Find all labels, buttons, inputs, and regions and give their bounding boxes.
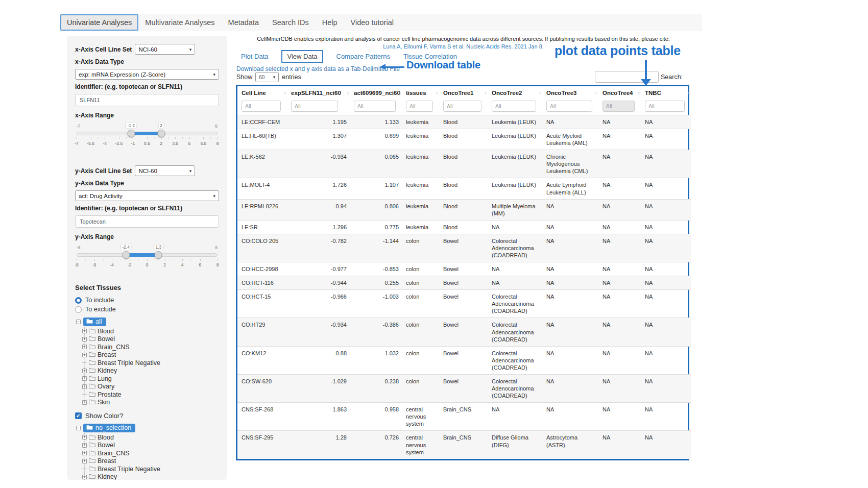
filter-expslfn11-nci60[interactable] [291,101,338,112]
slider-handle-high[interactable] [155,251,162,259]
tree-item-kidney[interactable]: +Kidney [82,473,219,480]
tree-item-lung[interactable]: +Lung [82,375,219,383]
expand-icon[interactable]: + [82,345,87,349]
collapse-icon[interactable]: − [76,320,81,324]
column-header-oncotree1[interactable]: OncoTree1↑↓ [439,86,488,99]
expand-icon[interactable]: + [82,376,87,381]
x-axis-data-type-select[interactable]: exp: mRNA Expression (Z-Score) ▾ [75,69,219,80]
nav-item-metadata[interactable]: Metadata [222,14,266,31]
radio-unselected-icon[interactable] [75,306,82,313]
sort-icon[interactable]: ↑↓ [346,91,348,95]
radio-selected-icon[interactable] [75,297,82,304]
radio-to-exclude[interactable]: To exclude [75,305,219,314]
tree-item-blood[interactable]: +Blood [82,433,219,442]
tree-item-brain-cns[interactable]: +Brain_CNS [82,449,219,457]
sort-icon[interactable]: ↑↓ [595,91,597,95]
sort-icon[interactable]: ↑↓ [283,91,285,95]
column-header-expslfn11-nci60[interactable]: expSLFN11_nci60↑↓ [287,86,350,99]
tab-compare-patterns[interactable]: Compare Patterns [336,53,391,60]
expand-icon[interactable]: + [82,435,87,440]
expand-icon[interactable]: + [82,329,87,333]
table-cell: CO:COLO 205 [237,234,287,262]
expand-icon[interactable]: + [82,384,87,389]
filter-oncotree2[interactable] [492,101,536,112]
filter-oncotree4[interactable] [602,101,635,112]
tree-item-bowel[interactable]: +Bowel [82,335,219,344]
tree-item-breast[interactable]: +Breast [82,351,219,359]
sort-icon[interactable]: ↑↓ [637,91,639,95]
x-identifier-input[interactable] [75,94,219,106]
expand-icon[interactable]: + [82,353,87,357]
column-header-tnbc[interactable]: TNBC↑↓ [641,86,691,99]
expand-icon[interactable]: + [82,400,87,405]
x-axis-range-slider[interactable]: -78-1.22-7-5.5-4-2.5-10.523.556.58 [77,124,218,151]
filter-oncotree1[interactable] [443,101,481,112]
tree-item-ovary[interactable]: +Ovary [82,383,219,391]
folder-icon [89,344,95,351]
table-cell: CO:HCT-116 [237,276,287,290]
slider-tick [77,137,77,139]
sort-icon[interactable]: ↑↓ [436,91,438,95]
nav-item-multivariate-analyses[interactable]: Multivariate Analyses [138,14,221,31]
tree-item-bowel[interactable]: +Bowel [82,442,219,450]
checkbox-checked-icon[interactable]: ✔ [75,412,82,419]
tree-item-brain-cns[interactable]: +Brain_CNS [82,343,219,351]
y-axis-range-slider[interactable]: -88-2.41.3-8-6-4-202468 [77,245,218,273]
entries-count-select[interactable]: 60 ▾ [255,72,279,82]
column-header-act609699-nci60[interactable]: act609699_nci60↑↓ [350,86,402,99]
expand-icon[interactable]: + [82,369,87,373]
tree-root-all[interactable]: all [83,318,106,326]
y-axis-cell-line-set-select[interactable]: NCI-60 ▾ [135,165,195,176]
download-tab-delimited-link[interactable]: Download selected x and y axis data as a… [236,65,400,72]
tree-item-blood[interactable]: +Blood [82,327,219,335]
sort-icon[interactable]: ↑↓ [539,91,541,95]
tree-item-kidney[interactable]: +Kidney [82,367,219,375]
tab-view-data[interactable]: View Data [281,50,323,63]
column-header-oncotree2[interactable]: OncoTree2↑↓ [488,86,542,99]
tree-item-prostate[interactable]: Prostate [82,391,219,399]
column-header-oncotree3[interactable]: OncoTree3↑↓ [542,86,598,99]
filter-cell [598,99,641,115]
tree-item-breast-triple-negative[interactable]: Breast Triple Negative [82,359,219,367]
sort-icon[interactable]: ↑↓ [484,91,486,95]
expand-icon[interactable]: + [82,451,87,455]
filter-tissues[interactable] [406,101,433,112]
filter-act609699-nci60[interactable] [354,101,396,112]
collapse-icon[interactable]: − [76,426,81,430]
expand-icon[interactable]: + [82,475,87,479]
filter-cell-line[interactable] [242,101,281,112]
column-header-cell-line[interactable]: Cell Line↑↓ [237,86,287,99]
filter-tnbc[interactable] [645,101,685,112]
sort-icon[interactable]: ↑↓ [687,91,689,95]
slider-handle-low[interactable] [127,130,135,137]
nav-item-univariate-analyses[interactable]: Univariate Analyses [60,14,138,31]
y-axis-data-type-select[interactable]: act: Drug Activity ▾ [75,190,219,201]
expand-icon[interactable]: + [82,337,87,341]
show-color-row[interactable]: ✔ Show Color? [75,411,219,420]
column-header-tissues[interactable]: tissues↑↓ [402,86,439,99]
y-identifier-input[interactable] [75,215,219,228]
tab-plot-data[interactable]: Plot Data [241,53,268,60]
folder-icon [89,466,95,473]
nav-item-video-tutorial[interactable]: Video tutorial [344,14,400,31]
radio-to-include[interactable]: To include [75,296,219,305]
table-cell: Blood [439,178,488,199]
expand-icon[interactable]: + [82,443,87,448]
tree-root-no-selection[interactable]: no_selection [83,424,135,432]
table-cell: Multiple Myeloma (MM) [488,199,542,220]
filter-oncotree3[interactable] [546,101,592,112]
expand-icon[interactable]: + [82,459,87,463]
nav-item-help[interactable]: Help [316,14,344,31]
x-identifier-label: Identifier: (e.g. topotecan or SLFN11) [75,83,219,92]
x-axis-cell-line-set-select[interactable]: NCI-60 ▾ [135,44,195,55]
slider-tick-label: 0 [146,262,149,267]
nav-item-search-ids[interactable]: Search IDs [266,14,316,31]
sort-icon[interactable]: ↑↓ [398,91,400,95]
slider-handle-high[interactable] [157,130,165,137]
slider-min-label: -8 [77,245,81,250]
tree-item-skin[interactable]: +Skin [82,399,219,407]
tree-item-breast[interactable]: +Breast [82,457,219,466]
slider-handle-low[interactable] [122,251,130,259]
tree-item-breast-triple-negative[interactable]: Breast Triple Negative [82,465,219,473]
column-header-oncotree4[interactable]: OncoTree4↑↓ [598,86,641,99]
